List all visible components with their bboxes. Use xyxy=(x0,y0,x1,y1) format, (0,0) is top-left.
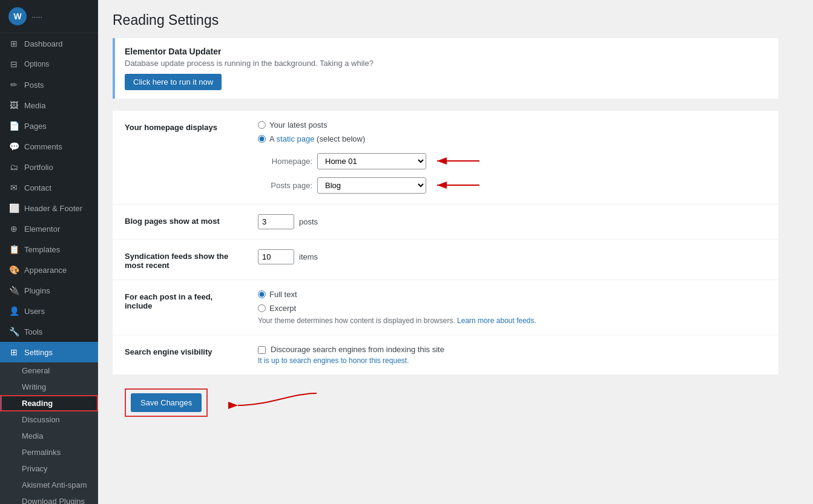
submenu-item-privacy[interactable]: Privacy xyxy=(0,460,98,477)
homepage-arrow xyxy=(431,152,504,170)
sidebar-item-media[interactable]: 🖼 Media xyxy=(0,95,98,116)
settings-icon: ⊞ xyxy=(8,347,19,358)
syndication-suffix: items xyxy=(299,252,318,261)
notice-description: Database update process is running in th… xyxy=(125,59,769,68)
feed-include-label: For each post in a feed, include xyxy=(113,280,246,335)
wordpress-logo-icon: W xyxy=(8,7,27,25)
search-visibility-row: Search engine visibility Discourage sear… xyxy=(113,335,778,375)
sidebar-item-tools[interactable]: 🔧 Tools xyxy=(0,321,98,342)
submenu-item-download-plugins[interactable]: Download Plugins and xyxy=(0,493,98,504)
sidebar-item-posts[interactable]: ✏ Posts xyxy=(0,74,98,95)
form-table: Your homepage displays Your latest posts xyxy=(113,111,778,375)
page-title: Reading Settings xyxy=(113,12,798,28)
elementor-icon: ⊕ xyxy=(8,223,19,234)
save-button-box: Save Changes xyxy=(125,388,208,417)
feed-radio-group: Full text Excerpt xyxy=(258,290,766,313)
search-checkbox-row: Discourage search engines from indexing … xyxy=(258,345,766,354)
run-now-button[interactable]: Click here to run it now xyxy=(125,74,222,90)
sidebar-item-plugins[interactable]: 🔌 Plugins xyxy=(0,280,98,301)
sidebar-item-contact[interactable]: ✉ Contact xyxy=(0,177,98,198)
submenu-item-media[interactable]: Media xyxy=(0,428,98,444)
submenu-item-permalinks[interactable]: Permalinks xyxy=(0,444,98,460)
latest-posts-label: Your latest posts xyxy=(269,120,328,129)
excerpt-label: Excerpt xyxy=(269,304,296,313)
blog-pages-input-row: posts xyxy=(258,214,766,229)
header-footer-icon: ⬜ xyxy=(8,203,19,214)
tools-icon: 🔧 xyxy=(8,326,19,337)
sidebar-item-menu-options[interactable]: ⊟ Options xyxy=(0,54,98,74)
search-visibility-checkbox[interactable] xyxy=(258,346,266,354)
sidebar-item-label: Contact xyxy=(24,183,51,192)
sidebar-item-label: Appearance xyxy=(24,266,67,275)
notice-desc-text: Database update process is running in th… xyxy=(125,59,374,68)
full-text-radio[interactable] xyxy=(258,290,266,298)
sidebar-item-portfolio[interactable]: 🗂 Portfolio xyxy=(0,157,98,177)
site-name: ····· xyxy=(31,12,42,21)
sidebar-item-templates[interactable]: 📋 Templates xyxy=(0,239,98,260)
homepage-select[interactable]: Home 01 Home 02 About Contact xyxy=(317,153,426,169)
sidebar-item-label: Pages xyxy=(24,122,47,131)
settings-form: Your homepage displays Your latest posts xyxy=(113,111,778,375)
static-page-label: A static page (select below) xyxy=(269,134,365,143)
posts-page-select-row: Posts page: Blog Home 01 About Contact xyxy=(258,176,766,194)
pages-icon: 📄 xyxy=(8,120,19,131)
sidebar-item-label: Options xyxy=(24,60,49,68)
sidebar-item-label: Tools xyxy=(24,327,42,336)
posts-page-arrow xyxy=(431,176,504,194)
sidebar-item-label: Settings xyxy=(24,348,53,357)
templates-icon: 📋 xyxy=(8,244,19,255)
sidebar-item-label: Posts xyxy=(24,80,44,90)
menu-options-icon: ⊟ xyxy=(8,59,19,70)
latest-posts-radio[interactable] xyxy=(258,121,266,129)
submenu-item-writing[interactable]: Writing xyxy=(0,379,98,395)
sidebar-item-label: Users xyxy=(24,307,45,316)
submenu-item-akismet[interactable]: Akismet Anti-spam xyxy=(0,477,98,493)
search-visibility-label: Search engine visibility xyxy=(113,335,246,375)
feed-info-text: Your theme determines how content is dis… xyxy=(258,316,766,325)
sidebar-item-label: Plugins xyxy=(24,286,50,295)
sidebar-item-comments[interactable]: 💬 Comments xyxy=(0,136,98,157)
notice-title: Elementor Data Updater xyxy=(125,47,769,56)
sidebar-item-dashboard[interactable]: ⊞ Dashboard xyxy=(0,33,98,54)
sidebar-item-settings[interactable]: ⊞ Settings xyxy=(0,342,98,362)
latest-posts-radio-row: Your latest posts xyxy=(258,120,766,129)
settings-submenu: General Writing Reading Discussion Media… xyxy=(0,362,98,504)
sidebar-logo: W ····· xyxy=(0,0,98,33)
elementor-notice: Elementor Data Updater Database update p… xyxy=(113,38,778,99)
content-area: Reading Settings Elementor Data Updater … xyxy=(98,0,813,504)
sidebar-item-header-footer[interactable]: ⬜ Header & Footer xyxy=(0,198,98,218)
sidebar-item-label: Comments xyxy=(24,142,62,151)
excerpt-radio-row: Excerpt xyxy=(258,304,766,313)
syndication-input[interactable] xyxy=(258,249,294,264)
sidebar-item-appearance[interactable]: 🎨 Appearance xyxy=(0,260,98,280)
syndication-input-row: items xyxy=(258,249,766,264)
sidebar-item-elementor[interactable]: ⊕ Elementor xyxy=(0,218,98,239)
posts-page-select[interactable]: Blog Home 01 About Contact xyxy=(317,177,426,194)
static-page-radio-row: A static page (select below) xyxy=(258,134,766,143)
sidebar-item-label: Media xyxy=(24,101,45,110)
homepage-select-row: Homepage: Home 01 Home 02 About Contact xyxy=(258,152,766,170)
sidebar-item-label: Portfolio xyxy=(24,163,53,172)
search-info-text: It is up to search engines to honor this… xyxy=(258,356,766,365)
homepage-displays-label: Your homepage displays xyxy=(113,111,246,205)
submenu-item-reading[interactable]: Reading xyxy=(0,395,98,411)
syndication-row: Syndication feeds show the most recent i… xyxy=(113,240,778,280)
submenu-item-discussion[interactable]: Discussion xyxy=(0,411,98,428)
blog-pages-suffix: posts xyxy=(299,217,318,226)
submenu-item-general[interactable]: General xyxy=(0,362,98,379)
search-visibility-checkbox-label: Discourage search engines from indexing … xyxy=(271,345,444,354)
static-page-link[interactable]: static page xyxy=(277,134,315,143)
sidebar-item-users[interactable]: 👤 Users xyxy=(0,301,98,321)
blog-pages-input[interactable] xyxy=(258,214,294,229)
learn-more-link[interactable]: Learn more about feeds. xyxy=(457,316,536,325)
excerpt-radio[interactable] xyxy=(258,304,266,312)
static-page-radio[interactable] xyxy=(258,135,266,143)
save-changes-button[interactable]: Save Changes xyxy=(131,393,202,412)
syndication-label: Syndication feeds show the most recent xyxy=(113,240,246,280)
sidebar-item-pages[interactable]: 📄 Pages xyxy=(0,116,98,136)
users-icon: 👤 xyxy=(8,306,19,316)
homepage-select-label: Homepage: xyxy=(258,157,312,166)
homepage-displays-row: Your homepage displays Your latest posts xyxy=(113,111,778,205)
full-text-label: Full text xyxy=(269,290,297,299)
contact-icon: ✉ xyxy=(8,182,19,193)
